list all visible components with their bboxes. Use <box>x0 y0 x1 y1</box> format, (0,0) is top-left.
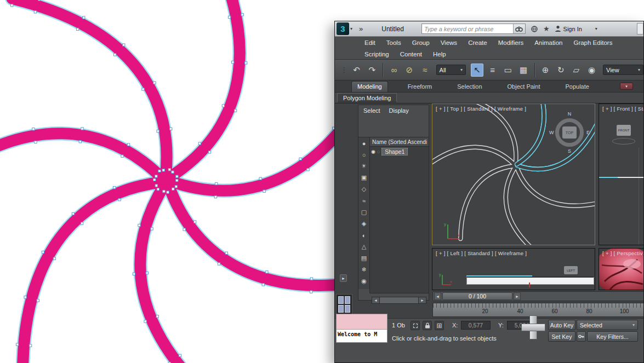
window-crossing-icon[interactable]: ▦ <box>517 64 529 77</box>
scrollbar-thumb[interactable] <box>379 297 419 303</box>
signin-caret-icon[interactable]: ▾ <box>595 26 597 31</box>
explorer-menu-select[interactable]: Select <box>363 107 380 114</box>
scroll-right-arrow[interactable]: ► <box>419 297 426 303</box>
menu-item-tools[interactable]: Tools <box>386 39 401 46</box>
polygon-modeling-panel-tab[interactable]: Polygon Modeling <box>337 93 397 102</box>
filter-xrefs-icon[interactable]: ◈ <box>358 218 369 229</box>
viewport-left[interactable]: [ + ] [ Left ] [ Standard ] [ Wireframe … <box>432 248 595 290</box>
scene-object-row[interactable]: ◉ ◌ Shape1 <box>370 147 429 156</box>
select-and-link-icon[interactable]: ∞ <box>387 64 400 77</box>
listener-macro-pane[interactable] <box>337 314 387 330</box>
selection-set-dropdown[interactable]: Selected ▾ <box>577 320 638 330</box>
logo-caret-icon[interactable]: ▾ <box>350 26 352 31</box>
time-slider-handle[interactable]: 0 / 100 <box>442 292 512 300</box>
viewcube[interactable]: N S W E TOP <box>550 113 589 152</box>
ribbon-tab-freeform[interactable]: Freeform <box>402 82 438 92</box>
select-and-rotate-icon[interactable]: ↻ <box>555 64 567 77</box>
scroll-left-arrow[interactable]: ◄ <box>372 297 379 303</box>
object-name-label[interactable]: Shape1 <box>381 148 408 155</box>
ribbon-tab-selection[interactable]: Selection <box>452 82 487 92</box>
ribbon-tab-populate[interactable]: Populate <box>560 82 594 92</box>
visibility-eye-icon[interactable]: ◉ <box>371 149 375 154</box>
set-key-button[interactable]: Set Key <box>548 331 575 342</box>
absolute-mode-button[interactable]: ⊞ <box>435 321 444 330</box>
undo-icon[interactable]: ↶ <box>350 64 363 77</box>
menu-item-animation[interactable]: Animation <box>534 39 562 46</box>
next-frame-button[interactable]: ► <box>514 292 521 300</box>
viewcube-south[interactable]: S <box>568 148 571 154</box>
ribbon-tab-object-paint[interactable]: Object Paint <box>502 82 546 92</box>
menu-item-modifiers[interactable]: Modifiers <box>498 39 524 46</box>
bind-to-space-warp-icon[interactable]: ≈ <box>418 64 431 77</box>
toolbar-grip-icon[interactable]: ⋮ <box>340 66 347 74</box>
filter-groups-icon[interactable]: ▢ <box>358 206 369 218</box>
filter-shapes-icon[interactable]: ○ <box>358 149 369 160</box>
filter-hidden-icon[interactable]: ◉ <box>358 275 369 287</box>
community-icon[interactable] <box>531 25 538 33</box>
quick-access-overflow-button[interactable]: » <box>359 25 363 33</box>
viewport-left-label[interactable]: [ + ] [ Left ] [ Standard ] [ Wireframe … <box>436 250 527 256</box>
viewport-perspective[interactable]: [ + ] [ Perspectiv <box>599 248 644 290</box>
selection-filter-dropdown[interactable]: All ▾ <box>436 65 466 75</box>
select-and-move-icon[interactable]: ⊕ <box>539 64 552 77</box>
window-control-partial[interactable] <box>637 23 643 34</box>
explorer-horizontal-scrollbar[interactable]: ◄ ► <box>372 297 426 304</box>
viewport-perspective-label[interactable]: [ + ] [ Perspectiv <box>602 250 643 256</box>
menu-item-create[interactable]: Create <box>468 39 487 46</box>
menu-item-group[interactable]: Group <box>412 39 430 46</box>
keying-mode-button[interactable] <box>577 331 586 342</box>
menu-item-views[interactable]: Views <box>441 39 457 46</box>
viewport-front-label[interactable]: [ + ] [ Front ] [ Sta <box>602 106 644 112</box>
x-coordinate-field[interactable]: 0,577 <box>461 321 491 330</box>
menu-item-graph-editors[interactable]: Graph Editors <box>573 39 612 46</box>
menu-item-scripting[interactable]: Scripting <box>364 51 389 57</box>
key-filters-button[interactable]: Key Filters... <box>587 331 638 342</box>
explorer-flyout-arrow-button[interactable]: ► <box>340 274 347 282</box>
viewcube-top-face[interactable]: TOP <box>562 126 577 139</box>
selection-lock-button[interactable] <box>423 321 432 330</box>
select-and-scale-icon[interactable]: ▱ <box>570 64 583 77</box>
viewcube-north[interactable]: N <box>568 111 572 117</box>
ribbon-tab-modeling[interactable]: Modeling <box>351 81 388 92</box>
filter-geometry-icon[interactable]: ● <box>358 137 369 149</box>
menu-item-edit[interactable]: Edit <box>364 39 375 46</box>
menu-item-content[interactable]: Content <box>400 51 422 57</box>
viewport-top[interactable]: [ + ] [ Top ] [ Standard ] [ Wireframe ]… <box>432 103 595 245</box>
filter-cameras-icon[interactable]: ▣ <box>358 172 369 183</box>
viewport-layout-tabs-button[interactable] <box>336 294 352 315</box>
filter-lights-icon[interactable]: ☀ <box>358 160 369 172</box>
search-input[interactable] <box>422 26 513 32</box>
viewport-front[interactable]: [ + ] [ Front ] [ Sta FRONT <box>599 103 644 245</box>
explorer-menu-display[interactable]: Display <box>389 107 409 114</box>
select-by-name-icon[interactable]: ≡ <box>486 64 499 77</box>
filter-containers-icon[interactable]: ▤ <box>358 252 369 264</box>
filter-helpers-icon[interactable]: ◇ <box>358 183 369 195</box>
viewcube-east[interactable]: E <box>586 130 590 135</box>
viewcube-west[interactable]: W <box>549 130 554 135</box>
time-slider-track[interactable]: ◄ 0 / 100 ► <box>432 291 644 301</box>
redo-icon[interactable]: ↷ <box>366 64 378 77</box>
filter-spacewarps-icon[interactable]: ≈ <box>358 195 369 206</box>
signin-button[interactable]: Sign In <box>555 25 582 32</box>
select-object-button[interactable]: ↖ <box>471 64 483 77</box>
search-binoculars-icon[interactable] <box>513 24 525 33</box>
reference-coordinate-dropdown[interactable]: View ▾ <box>603 65 643 75</box>
left-viewcube-face[interactable]: LEFT <box>564 266 578 274</box>
auto-key-button[interactable]: Auto Key <box>548 320 575 330</box>
app-logo[interactable]: 3 <box>337 22 349 35</box>
name-column-header[interactable]: Name (Sorted Ascendi <box>370 137 429 147</box>
menu-item-help[interactable]: Help <box>433 51 446 57</box>
front-viewcube-face[interactable]: FRONT <box>617 125 631 136</box>
unlink-selection-icon[interactable]: ⊘ <box>403 64 415 77</box>
filter-materials-icon[interactable]: ◐ <box>358 229 369 241</box>
viewport-top-label[interactable]: [ + ] [ Top ] [ Standard ] [ Wireframe ] <box>436 106 526 112</box>
ribbon-overflow-button[interactable]: ▾ <box>620 83 633 90</box>
favorites-star-icon[interactable]: ★ <box>543 25 550 33</box>
previous-frame-button[interactable]: ◄ <box>434 292 441 300</box>
selection-region-icon[interactable]: ▭ <box>501 64 514 77</box>
filter-frozen-icon[interactable]: ❄ <box>358 264 369 275</box>
maxscript-mini-listener[interactable]: Welcome to M <box>336 314 387 343</box>
select-and-manipulate-icon[interactable]: ◉ <box>585 64 598 77</box>
filter-bones-icon[interactable]: △ <box>358 241 369 252</box>
isolate-selection-button[interactable] <box>411 321 420 330</box>
